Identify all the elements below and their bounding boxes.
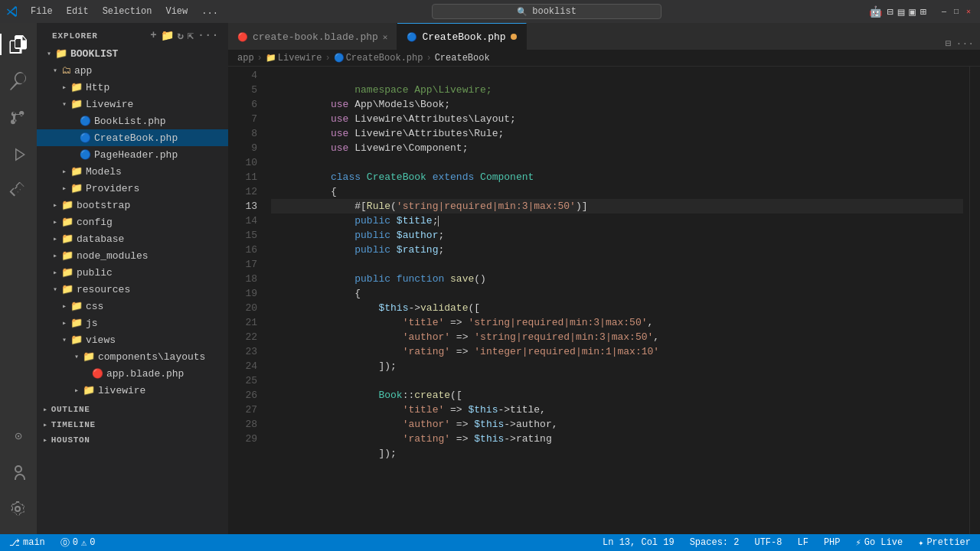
public-folder-icon: 📁 (61, 266, 74, 279)
tree-item-components-layouts[interactable]: ▾ 📁 components\layouts (37, 348, 228, 365)
prettier-icon: ✦ (918, 537, 923, 549)
language-status[interactable]: PHP (821, 537, 844, 549)
tree-item-views[interactable]: ▾ 📁 views (37, 331, 228, 348)
layout2-icon[interactable]: ⊞ (920, 5, 926, 18)
tree-item-http[interactable]: ▸ 📁 Http (37, 79, 228, 96)
tree-root-booklist[interactable]: ▾ 📁 BOOKLIST (37, 45, 228, 62)
tree-item-node-modules[interactable]: ▸ 📁 node_modules (37, 247, 228, 264)
tree-item-config[interactable]: ▸ 📁 config (37, 214, 228, 230)
encoding-label: UTF-8 (754, 537, 782, 548)
breadcrumb-createbook-file[interactable]: 🔵CreateBook.php (334, 53, 423, 64)
sidebar-title: EXPLORER (52, 31, 98, 41)
encoding-status[interactable]: UTF-8 (751, 537, 785, 549)
js-arrow: ▸ (58, 318, 70, 328)
copilot-icon[interactable]: 🤖 (869, 5, 882, 18)
sidebar: EXPLORER + 📁 ↻ ⇱ ··· ▾ 📁 BOOKLIST ▾ 🗂 ap… (37, 23, 228, 534)
breadcrumb-createbook-class[interactable]: CreateBook (435, 53, 490, 64)
panel-toggle-icon[interactable]: ▣ (909, 5, 915, 18)
search-activity-icon[interactable] (0, 63, 37, 99)
tree-item-css[interactable]: ▸ 📁 css (37, 298, 228, 315)
breadcrumb-app[interactable]: app (237, 53, 254, 64)
tree-item-models[interactable]: ▸ 📁 Models (37, 163, 228, 180)
extensions-activity-icon[interactable] (0, 173, 37, 210)
minimize-button[interactable]: — (939, 6, 949, 17)
editor-scrollbar[interactable] (969, 67, 980, 534)
tree-item-createbook-php[interactable]: 🔵 CreateBook.php (37, 129, 228, 146)
file-menu[interactable]: File (24, 5, 59, 18)
config-arrow: ▸ (49, 217, 61, 227)
tree-item-providers[interactable]: ▸ 📁 Providers (37, 180, 228, 197)
account-activity-icon[interactable] (0, 455, 37, 491)
more-options-icon[interactable]: ··· (198, 29, 219, 42)
tree-item-database[interactable]: ▸ 📁 database (37, 230, 228, 247)
tree-item-livewire-views[interactable]: ▸ 📁 livewire (37, 382, 228, 399)
pageheader-php-label: PageHeader.php (94, 149, 178, 161)
maximize-button[interactable]: □ (951, 6, 962, 17)
houston-arrow: ▸ (43, 435, 48, 445)
new-folder-icon[interactable]: 📁 (161, 29, 175, 42)
tree-item-app[interactable]: ▾ 🗂 app (37, 62, 228, 79)
run-activity-icon[interactable] (0, 136, 37, 173)
tree-item-app-blade[interactable]: 🔴 app.blade.php (37, 365, 228, 382)
config-folder-icon: 📁 (61, 216, 74, 228)
search-value: booklist (532, 6, 577, 17)
tree-item-js[interactable]: ▸ 📁 js (37, 315, 228, 331)
cursor-position-status[interactable]: Ln 13, Col 19 (599, 537, 678, 549)
timeline-section-header[interactable]: ▸ TIMELINE (37, 417, 228, 432)
edit-menu[interactable]: Edit (60, 5, 95, 18)
houston-section-header[interactable]: ▸ HOUSTON (37, 432, 228, 448)
models-arrow: ▸ (58, 167, 70, 176)
http-folder-icon: 📁 (70, 81, 83, 93)
settings-activity-icon[interactable] (0, 491, 37, 528)
outline-section-header[interactable]: ▸ OUTLINE (37, 402, 228, 417)
livewire-views-label: livewire (98, 385, 145, 396)
http-label: Http (86, 82, 109, 93)
spaces-status[interactable]: Spaces: 2 (687, 537, 743, 549)
errors-status[interactable]: ⓪ 0 ⚠ 0 (57, 536, 99, 549)
collapse-icon[interactable]: ⇱ (188, 29, 194, 42)
node-modules-arrow: ▸ (49, 251, 61, 260)
line-endings-status[interactable]: LF (794, 537, 811, 549)
bootstrap-label: bootstrap (77, 200, 130, 211)
more-actions-icon[interactable]: ··· (956, 38, 974, 50)
blade-tab-icon: 🔴 (237, 32, 248, 42)
blade-tab-close[interactable]: ✕ (383, 32, 388, 42)
more-menus[interactable]: ... (195, 5, 224, 18)
layout-icon[interactable]: ⊟ (887, 5, 893, 18)
new-file-icon[interactable]: + (150, 29, 157, 42)
database-arrow: ▸ (49, 234, 61, 243)
close-button[interactable]: ✕ (963, 6, 974, 17)
errors-count: 0 (73, 537, 78, 548)
editor-content[interactable]: 4 5 6 7 8 9 10 11 12 13 14 15 16 17 18 1… (228, 67, 980, 534)
view-menu[interactable]: View (159, 5, 194, 18)
tab-bar-right-icons: ⊟ ··· (527, 37, 980, 50)
prettier-status[interactable]: ✦ Prettier (915, 537, 974, 549)
git-branch-status[interactable]: ⎇ main (6, 536, 48, 549)
breadcrumb-livewire[interactable]: 📁Livewire (266, 53, 322, 64)
breadcrumb-sep-3: › (426, 53, 431, 64)
livewire-views-arrow: ▸ (70, 386, 83, 395)
providers-arrow: ▸ (58, 184, 70, 193)
tab-create-book-blade[interactable]: 🔴 create-book.blade.php ✕ (228, 23, 397, 50)
outline-arrow: ▸ (43, 405, 48, 414)
tree-item-resources[interactable]: ▾ 📁 resources (37, 281, 228, 298)
tree-item-booklist-php[interactable]: 🔵 BookList.php (37, 112, 228, 129)
remote-activity-icon[interactable]: ⊙ (0, 418, 37, 455)
git-activity-icon[interactable] (0, 99, 37, 136)
tree-item-bootstrap[interactable]: ▸ 📁 bootstrap (37, 197, 228, 214)
tree-item-public[interactable]: ▸ 📁 public (37, 264, 228, 281)
js-label: js (86, 318, 98, 329)
code-editor[interactable]: namespace App\Livewire; use App\Models\B… (265, 67, 969, 534)
tree-item-pageheader-php[interactable]: 🔵 PageHeader.php (37, 146, 228, 163)
sidebar-toggle-icon[interactable]: ▤ (898, 5, 904, 18)
tab-createbook-php[interactable]: 🔵 CreateBook.php (397, 23, 526, 50)
go-live-status[interactable]: ⚡ Go Live (853, 537, 906, 549)
database-label: database (77, 233, 124, 245)
explorer-activity-icon[interactable] (0, 26, 37, 63)
selection-menu[interactable]: Selection (96, 5, 158, 18)
git-icon: ⎇ (9, 537, 20, 549)
tree-item-livewire[interactable]: ▾ 📁 Livewire (37, 96, 228, 112)
components-layouts-arrow: ▾ (70, 352, 83, 361)
refresh-icon[interactable]: ↻ (178, 29, 185, 42)
split-editor-icon[interactable]: ⊟ (946, 37, 952, 50)
